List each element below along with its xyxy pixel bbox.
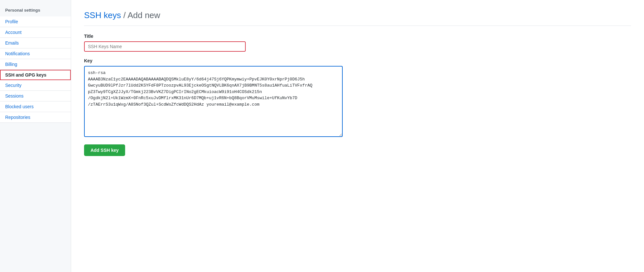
sidebar-item-blocked-users[interactable]: Blocked users: [0, 101, 71, 112]
main-content: SSH keys / Add new Title Key Add SSH key: [71, 0, 644, 272]
title-input[interactable]: [84, 41, 246, 52]
title-form-group: Title: [84, 34, 631, 52]
sidebar-item-profile[interactable]: Profile: [0, 16, 71, 27]
sidebar-item-ssh-gpg-keys[interactable]: SSH and GPG keys: [0, 70, 71, 80]
title-separator: / Add new: [121, 10, 160, 20]
sidebar-item-repositories[interactable]: Repositories: [0, 112, 71, 123]
ssh-keys-link[interactable]: SSH keys: [84, 10, 121, 20]
sidebar-item-notifications[interactable]: Notifications: [0, 48, 71, 59]
sidebar-header: Personal settings: [0, 5, 71, 16]
sidebar-item-billing[interactable]: Billing: [0, 59, 71, 70]
sidebar: Personal settings Profile Account Emails…: [0, 0, 71, 272]
title-label: Title: [84, 34, 631, 39]
page-title: SSH keys / Add new: [84, 10, 631, 26]
sidebar-item-security[interactable]: Security: [0, 80, 71, 91]
sidebar-item-account[interactable]: Account: [0, 27, 71, 38]
key-textarea[interactable]: [84, 66, 343, 137]
sidebar-item-sessions[interactable]: Sessions: [0, 91, 71, 101]
key-label: Key: [84, 58, 631, 63]
sidebar-item-emails[interactable]: Emails: [0, 38, 71, 48]
add-ssh-key-button[interactable]: Add SSH key: [84, 144, 125, 156]
key-form-group: Key: [84, 58, 631, 138]
